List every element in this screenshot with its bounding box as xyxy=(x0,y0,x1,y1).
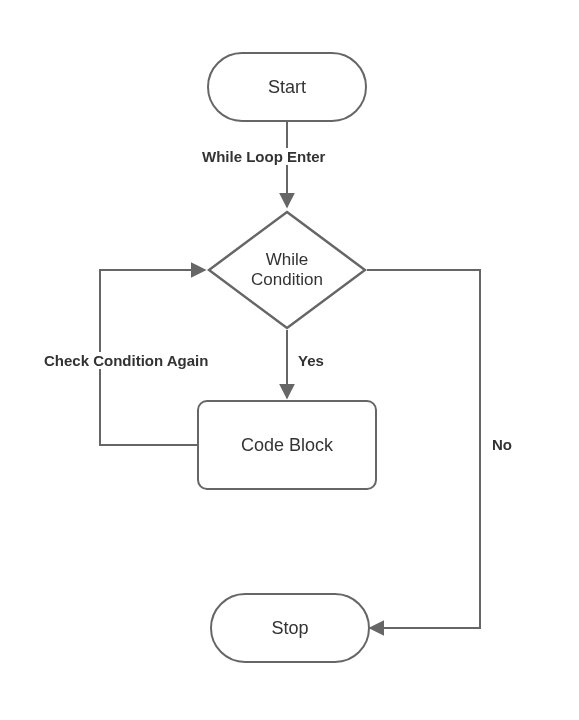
edge-enter-label: While Loop Enter xyxy=(200,148,327,165)
stop-node-label: Stop xyxy=(271,618,308,639)
edge-yes-label: Yes xyxy=(296,352,326,369)
decision-node: While Condition xyxy=(207,210,367,330)
stop-node: Stop xyxy=(210,593,370,663)
edge-no xyxy=(367,270,480,628)
flowchart-canvas: Start While Condition Code Block Stop Wh… xyxy=(0,0,579,720)
edge-no-label: No xyxy=(490,436,514,453)
decision-node-label: While Condition xyxy=(207,210,367,330)
start-node-label: Start xyxy=(268,77,306,98)
process-node-label: Code Block xyxy=(241,435,333,456)
start-node: Start xyxy=(207,52,367,122)
edge-loopback-label: Check Condition Again xyxy=(42,352,210,369)
process-node: Code Block xyxy=(197,400,377,490)
